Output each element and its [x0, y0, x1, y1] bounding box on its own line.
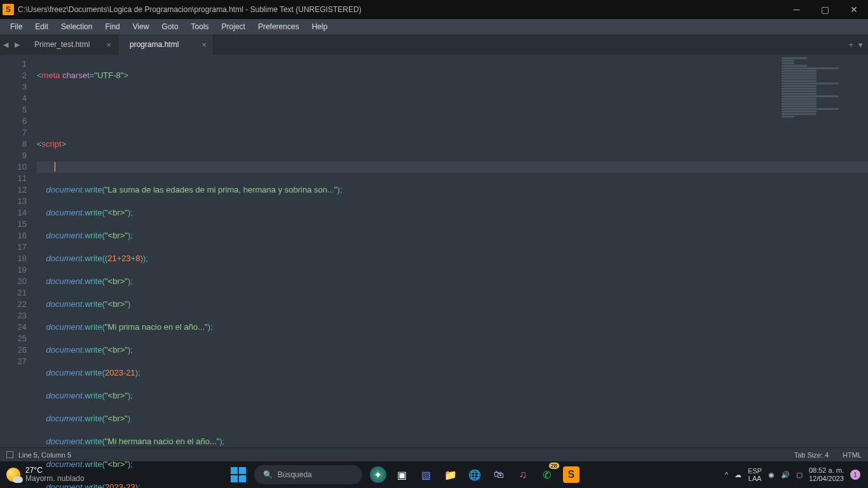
- menu-help[interactable]: Help: [306, 20, 334, 33]
- tab-bar: ◀ ▶ Primer_test.html × programa.html × +…: [0, 34, 868, 55]
- tab-label: programa.html: [130, 40, 179, 49]
- tab-close-icon[interactable]: ×: [190, 40, 207, 50]
- menu-tools[interactable]: Tools: [185, 20, 215, 33]
- window-title: C:\Users\freez\Documents\Logica de Progr…: [18, 5, 782, 14]
- tab-primer-test[interactable]: Primer_test.html ×: [23, 34, 118, 55]
- nav-back-icon[interactable]: ◀: [0, 34, 11, 55]
- tab-menu-icon[interactable]: ▾: [858, 40, 863, 50]
- minimize-button[interactable]: ─: [782, 0, 811, 19]
- app-logo-icon: S: [3, 4, 14, 15]
- menu-file[interactable]: File: [4, 20, 29, 33]
- menu-selection[interactable]: Selection: [55, 20, 98, 33]
- code-editor[interactable]: <meta charset="UTF-8"> <script> document…: [32, 55, 868, 447]
- panel-toggle-icon[interactable]: [6, 451, 13, 458]
- tab-programa[interactable]: programa.html ×: [118, 34, 214, 55]
- new-tab-icon[interactable]: +: [848, 40, 853, 50]
- menu-goto[interactable]: Goto: [156, 20, 185, 33]
- maximize-button[interactable]: ▢: [811, 0, 839, 19]
- close-button[interactable]: ✕: [839, 0, 868, 19]
- tab-close-icon[interactable]: ×: [95, 40, 111, 50]
- window-titlebar: S C:\Users\freez\Documents\Logica de Pro…: [0, 0, 868, 19]
- menu-project[interactable]: Project: [215, 20, 252, 33]
- menu-preferences[interactable]: Preferences: [252, 20, 306, 33]
- minimap[interactable]: [782, 57, 858, 121]
- nav-forward-icon[interactable]: ▶: [11, 34, 23, 55]
- menubar: File Edit Selection Find View Goto Tools…: [0, 19, 868, 34]
- menu-find[interactable]: Find: [98, 20, 126, 33]
- tab-label: Primer_test.html: [34, 40, 90, 49]
- whatsapp-icon[interactable]: ✆: [539, 466, 555, 483]
- line-number-gutter: 1234567891011121314151617181920212223242…: [0, 55, 32, 447]
- menu-edit[interactable]: Edit: [29, 20, 55, 33]
- text-cursor: [55, 162, 55, 172]
- menu-view[interactable]: View: [126, 20, 156, 33]
- weather-icon: [6, 468, 20, 482]
